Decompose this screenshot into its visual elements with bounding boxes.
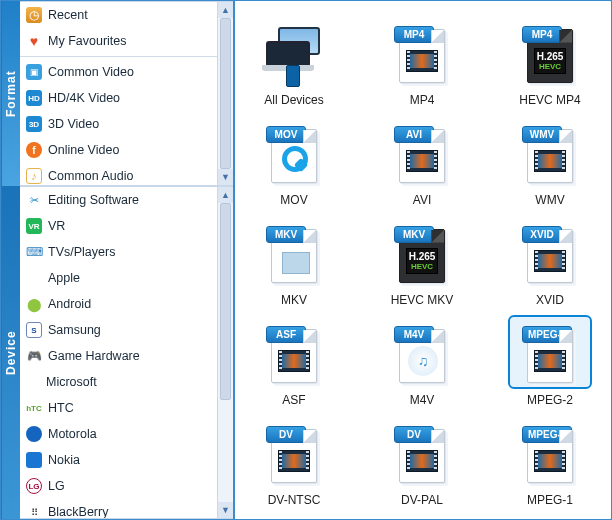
audio-icon: ♪ — [26, 168, 42, 184]
sidebar-item-common-video[interactable]: ▣Common Video — [20, 59, 233, 85]
scroll-up-icon[interactable]: ▲ — [218, 2, 233, 18]
recent-icon: ◷ — [26, 7, 42, 23]
format-item-all-devices[interactable]: All Devices — [249, 15, 339, 107]
sidebar-item-tvs-players[interactable]: ⌨TVs/Players — [20, 239, 233, 265]
separator — [20, 56, 233, 57]
format-item-m4v[interactable]: M4VM4V — [377, 315, 467, 407]
format-label: MKV — [281, 293, 307, 307]
format-thumb — [252, 15, 336, 89]
format-item-wmv[interactable]: WMVWMV — [505, 115, 595, 207]
file-icon: DV — [399, 429, 445, 483]
hd-icon: HD — [26, 90, 42, 106]
sidebar-item-htc[interactable]: hTCHTC — [20, 395, 233, 421]
tab-format[interactable]: Format — [1, 1, 20, 186]
sidebar-item-blackberry[interactable]: ⠿BlackBerry — [20, 499, 233, 519]
samsung-icon: S — [26, 322, 42, 338]
scroll-up-icon[interactable]: ▲ — [218, 187, 233, 203]
sidebar-item-label: Recent — [48, 8, 88, 22]
sidebar-item-label: Android — [48, 297, 91, 311]
scroll-down-icon[interactable]: ▼ — [218, 169, 233, 185]
scrollbar-format[interactable]: ▲ ▼ — [217, 2, 233, 185]
scroll-track[interactable] — [218, 18, 233, 169]
sidebar-item-label: VR — [48, 219, 65, 233]
sidebar-item-recent[interactable]: ◷Recent — [20, 2, 233, 28]
lg-icon: LG — [26, 478, 42, 494]
filmstrip-icon — [406, 150, 438, 172]
file-icon: MP4 — [399, 29, 445, 83]
filmstrip-icon — [534, 350, 566, 372]
sidebar-item-microsoft[interactable]: Microsoft — [20, 369, 233, 395]
format-item-dv-pal[interactable]: DVDV-PAL — [377, 415, 467, 507]
sidebar-item-nokia[interactable]: Nokia — [20, 447, 233, 473]
file-icon: ASF — [271, 329, 317, 383]
sidebar-item-online-video[interactable]: fOnline Video — [20, 137, 233, 163]
format-tag: DV — [266, 426, 306, 443]
video-icon: ▣ — [26, 64, 42, 80]
sidebar-item-3d-video[interactable]: 3D3D Video — [20, 111, 233, 137]
format-item-dv-ntsc[interactable]: DVDV-NTSC — [249, 415, 339, 507]
format-label: M4V — [410, 393, 435, 407]
scrollbar-device[interactable]: ▲ ▼ — [217, 187, 233, 518]
format-item-avi[interactable]: AVIAVI — [377, 115, 467, 207]
format-label: WMV — [535, 193, 564, 207]
format-thumb: AVI — [380, 115, 464, 189]
blackberry-icon: ⠿ — [26, 504, 42, 519]
format-item-mpeg-2[interactable]: MPEG-2MPEG-2 — [505, 315, 595, 407]
sidebar-item-android[interactable]: ⬤Android — [20, 291, 233, 317]
sidebar-item-motorola[interactable]: Motorola — [20, 421, 233, 447]
format-thumb: ASF — [252, 315, 336, 389]
format-item-mkv[interactable]: MKVMKV — [249, 215, 339, 307]
format-grid: All DevicesMP4MP4MP4H.265HEVCHEVC MP4MOV… — [235, 1, 611, 520]
sidebar-item-label: HTC — [48, 401, 74, 415]
sidebar-item-label: Common Audio — [48, 169, 133, 183]
file-icon: M4V — [399, 329, 445, 383]
sidebar-item-hd-4k-video[interactable]: HDHD/4K Video — [20, 85, 233, 111]
motorola-icon — [26, 426, 42, 442]
format-item-mpeg-1[interactable]: MPEG-1MPEG-1 — [505, 415, 595, 507]
format-item-mov[interactable]: MOVMOV — [249, 115, 339, 207]
format-thumb: XVID — [508, 215, 592, 289]
format-item-asf[interactable]: ASFASF — [249, 315, 339, 407]
format-thumb: MKV — [252, 215, 336, 289]
format-thumb: DV — [380, 415, 464, 489]
sidebar-item-vr[interactable]: VRVR — [20, 213, 233, 239]
sidebar-item-lg[interactable]: LGLG — [20, 473, 233, 499]
file-icon: MKV — [271, 229, 317, 283]
scroll-track[interactable] — [218, 203, 233, 502]
sidebar-section-format: Format ◷Recent♥My Favourites▣Common Vide… — [1, 1, 233, 186]
sidebar-item-game-hardware[interactable]: 🎮Game Hardware — [20, 343, 233, 369]
format-label: DV-PAL — [401, 493, 443, 507]
sidebar-item-apple[interactable]: Apple — [20, 265, 233, 291]
format-item-hevc-mkv[interactable]: MKVH.265HEVCHEVC MKV — [377, 215, 467, 307]
sidebar-item-common-audio[interactable]: ♪Common Audio — [20, 163, 233, 186]
tab-device[interactable]: Device — [1, 186, 20, 519]
file-icon: WMV — [527, 129, 573, 183]
format-item-xvid[interactable]: XVIDXVID — [505, 215, 595, 307]
online-video-icon: f — [26, 142, 42, 158]
format-item-hevc-mp4[interactable]: MP4H.265HEVCHEVC MP4 — [505, 15, 595, 107]
format-tag: MPEG-1 — [522, 426, 572, 443]
scroll-down-icon[interactable]: ▼ — [218, 502, 233, 518]
format-thumb: MPEG-1 — [508, 415, 592, 489]
format-item-mp4[interactable]: MP4MP4 — [377, 15, 467, 107]
file-icon: XVID — [527, 229, 573, 283]
sidebar-item-samsung[interactable]: SSamsung — [20, 317, 233, 343]
sidebar-item-label: Nokia — [48, 453, 80, 467]
sidebar-item-label: My Favourites — [48, 34, 127, 48]
sidebar-item-editing-software[interactable]: ✂Editing Software — [20, 187, 233, 213]
format-tag: AVI — [394, 126, 434, 143]
sidebar: Format ◷Recent♥My Favourites▣Common Vide… — [1, 1, 235, 519]
sidebar-item-label: 3D Video — [48, 117, 99, 131]
matroska-icon — [282, 252, 310, 274]
sidebar-item-label: HD/4K Video — [48, 91, 120, 105]
editing-icon: ✂ — [26, 192, 42, 208]
windows-icon — [26, 375, 40, 389]
sidebar-item-my-favourites[interactable]: ♥My Favourites — [20, 28, 233, 54]
quicktime-icon — [282, 146, 308, 172]
format-label: MOV — [280, 193, 307, 207]
sidebar-item-label: Online Video — [48, 143, 119, 157]
format-label: ASF — [282, 393, 305, 407]
format-label: MPEG-1 — [527, 493, 573, 507]
sidebar-item-label: TVs/Players — [48, 245, 115, 259]
game-hardware-icon: 🎮 — [26, 348, 42, 364]
